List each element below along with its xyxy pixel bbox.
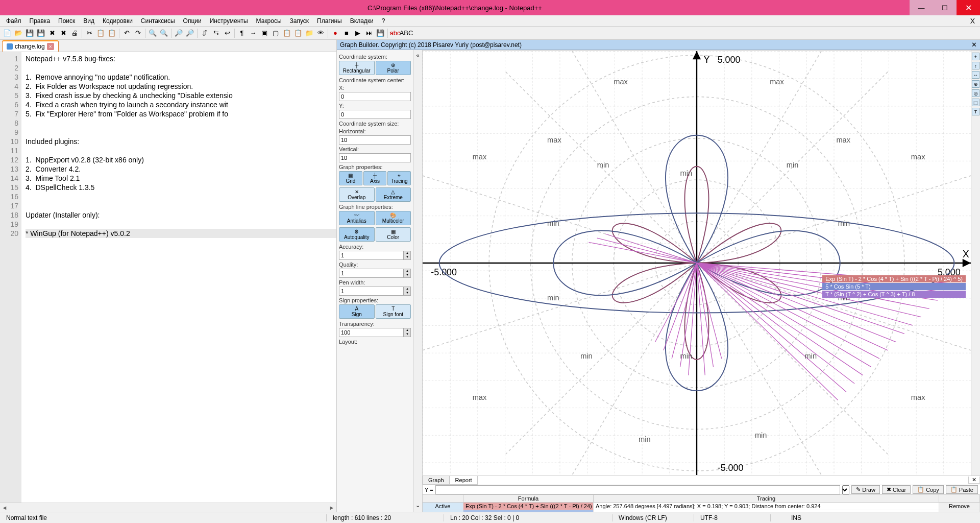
save-icon[interactable]: 💾 [24, 28, 35, 38]
graph-close-icon[interactable]: ✕ [971, 41, 977, 49]
center-y-input[interactable] [339, 110, 411, 119]
quality-input[interactable] [339, 269, 404, 278]
grid-button[interactable]: ▦Grid [339, 171, 362, 185]
menu-encoding[interactable]: Кодировки [99, 16, 137, 26]
spin-icon[interactable]: ▲▼ [404, 328, 411, 337]
spin-icon[interactable]: ▲▼ [404, 269, 411, 278]
menu-search[interactable]: Поиск [54, 16, 79, 26]
indent-icon[interactable]: → [248, 28, 258, 38]
spin-icon[interactable]: ▲▼ [404, 287, 411, 296]
maximize-button[interactable]: ☐ [933, 0, 957, 15]
zoom-in-icon[interactable]: 🔎 [174, 28, 184, 38]
spin-icon[interactable]: ▲▼ [404, 251, 411, 260]
menu-options[interactable]: Опции [179, 16, 206, 26]
paste-icon[interactable]: 📋 [107, 28, 117, 38]
sync-h-icon[interactable]: ⇆ [211, 28, 221, 38]
paste-button[interactable]: 📋 Paste [946, 485, 978, 494]
active-cell[interactable]: Active [423, 510, 463, 512]
stop-icon[interactable]: ■ [341, 28, 352, 38]
remove-button[interactable]: Remove [939, 503, 980, 510]
sync-v-icon[interactable]: ⇵ [200, 28, 210, 38]
sign-button[interactable]: ASign [339, 304, 375, 319]
record-icon[interactable]: ● [330, 28, 340, 38]
menu-syntax[interactable]: Синтаксисы [137, 16, 179, 26]
formula-input[interactable] [435, 485, 841, 494]
signfont-button[interactable]: TSign font [376, 304, 411, 319]
remove-button[interactable]: Remove [939, 510, 980, 512]
folder-ws-icon[interactable]: 📁 [304, 28, 314, 38]
menu-file[interactable]: Файл [2, 16, 26, 26]
menu-close-x[interactable]: X [967, 17, 978, 25]
close-all-icon[interactable]: ✖ [58, 28, 68, 38]
clear-button[interactable]: ✖ Clear [882, 485, 911, 494]
show-all-icon[interactable]: ¶ [237, 28, 247, 38]
formula-dropdown[interactable] [842, 485, 849, 494]
spellcheck2-icon[interactable]: ABC [401, 28, 411, 38]
new-file-icon[interactable]: 📄 [2, 28, 12, 38]
polar-button[interactable]: ⊕Polar [376, 61, 411, 75]
undo-icon[interactable]: ↶ [121, 28, 132, 38]
menu-tabs[interactable]: Вкладки [346, 16, 378, 26]
h-scrollbar[interactable]: ◄ ► [0, 503, 336, 512]
replace-icon[interactable]: 🔍 [159, 28, 169, 38]
doc-map-icon[interactable]: 📋 [282, 28, 292, 38]
copy-icon[interactable]: 📋 [95, 28, 106, 38]
func-list-icon[interactable]: 📋 [293, 28, 303, 38]
open-file-icon[interactable]: 📂 [13, 28, 23, 38]
trans-input[interactable] [339, 328, 404, 337]
cut-icon[interactable]: ✂ [84, 28, 94, 38]
close-button[interactable]: ✕ [957, 0, 980, 15]
tool-7-icon[interactable]: T [972, 108, 979, 115]
code-area[interactable]: Notepad++ v7.5.8 bug-fixes: 1. Remove an… [21, 52, 336, 503]
save-all-icon[interactable]: 💾 [36, 28, 46, 38]
monitor-icon[interactable]: 👁 [315, 28, 326, 38]
tab-changelog[interactable]: change.log × [2, 40, 59, 52]
fold-icon[interactable]: ▣ [259, 28, 270, 38]
close-file-icon[interactable]: ✖ [47, 28, 57, 38]
plot-area[interactable]: Y X 5.000 -5.000 -5.000 5.000 [423, 51, 971, 476]
tool-2-icon[interactable]: ↕ [972, 62, 979, 69]
tabs-close-icon[interactable]: ✕ [968, 477, 980, 484]
tool-1-icon[interactable]: + [972, 53, 979, 60]
unfold-icon[interactable]: ▢ [271, 28, 281, 38]
menu-tools[interactable]: Инструменты [206, 16, 252, 26]
collapse-icon[interactable]: ⌄ [415, 502, 420, 509]
autoq-button[interactable]: ⚙Autoquality [339, 227, 375, 242]
active-cell[interactable]: Active [423, 503, 463, 510]
play-multi-icon[interactable]: ⏭ [364, 28, 374, 38]
wrap-icon[interactable]: ↩ [222, 28, 232, 38]
tab-graph[interactable]: Graph [423, 476, 450, 485]
spellcheck-icon[interactable]: abc [390, 28, 400, 38]
pen-input[interactable] [339, 287, 404, 296]
tool-6-icon[interactable]: ⬚ [972, 99, 979, 106]
text-editor[interactable]: 1234567891011121314151617181920 Notepad+… [0, 52, 336, 503]
menu-edit[interactable]: Правка [26, 16, 55, 26]
color-button[interactable]: ▦Color [376, 227, 411, 242]
save-macro-icon[interactable]: 💾 [375, 28, 385, 38]
menu-view[interactable]: Вид [79, 16, 99, 26]
menu-macros[interactable]: Макросы [252, 16, 286, 26]
accuracy-input[interactable] [339, 251, 404, 260]
menu-help[interactable]: ? [378, 16, 389, 26]
minimize-button[interactable]: — [910, 0, 933, 15]
menu-plugins[interactable]: Плагины [313, 16, 346, 26]
overlap-button[interactable]: ✕Overlap [339, 187, 375, 202]
tool-4-icon[interactable]: ⊕ [972, 80, 979, 88]
axis-button[interactable]: ┼Axis [363, 171, 387, 185]
extreme-button[interactable]: △Extreme [376, 187, 411, 202]
size-h-input[interactable] [339, 135, 411, 145]
play-icon[interactable]: ▶ [353, 28, 363, 38]
rect-button[interactable]: ┼Rectangular [339, 61, 375, 75]
antialias-button[interactable]: 〰Antialias [339, 211, 375, 225]
find-icon[interactable]: 🔍 [148, 28, 158, 38]
size-v-input[interactable] [339, 153, 411, 162]
print-icon[interactable]: 🖨 [69, 28, 80, 38]
draw-button[interactable]: ✎ Draw [851, 485, 880, 494]
tool-3-icon[interactable]: ↔ [972, 71, 979, 79]
scroll-left-icon[interactable]: ◄ [0, 503, 9, 512]
center-x-input[interactable] [339, 92, 411, 101]
scroll-right-icon[interactable]: ► [327, 503, 336, 512]
tab-report[interactable]: Report [450, 476, 478, 485]
redo-icon[interactable]: ↷ [133, 28, 143, 38]
tab-close-icon[interactable]: × [47, 43, 54, 50]
